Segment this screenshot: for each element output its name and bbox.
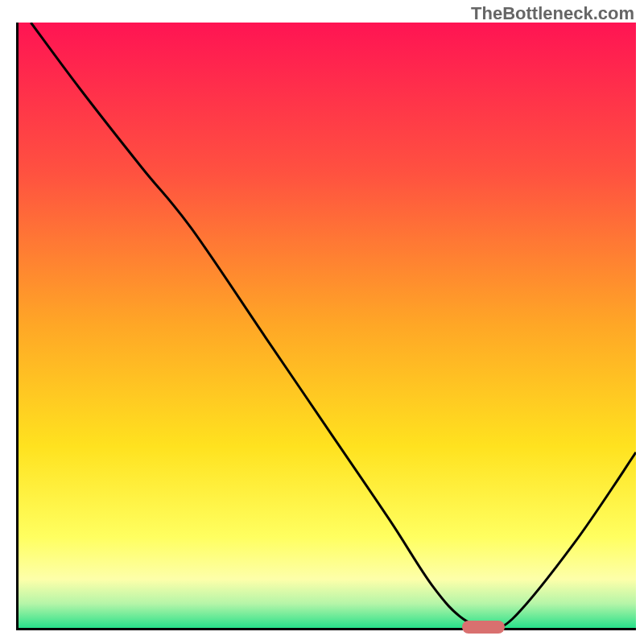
chart-plot-area — [16, 23, 636, 630]
optimal-marker — [462, 621, 506, 634]
watermark-text: TheBottleneck.com — [471, 3, 634, 24]
bottleneck-curve — [19, 23, 636, 628]
